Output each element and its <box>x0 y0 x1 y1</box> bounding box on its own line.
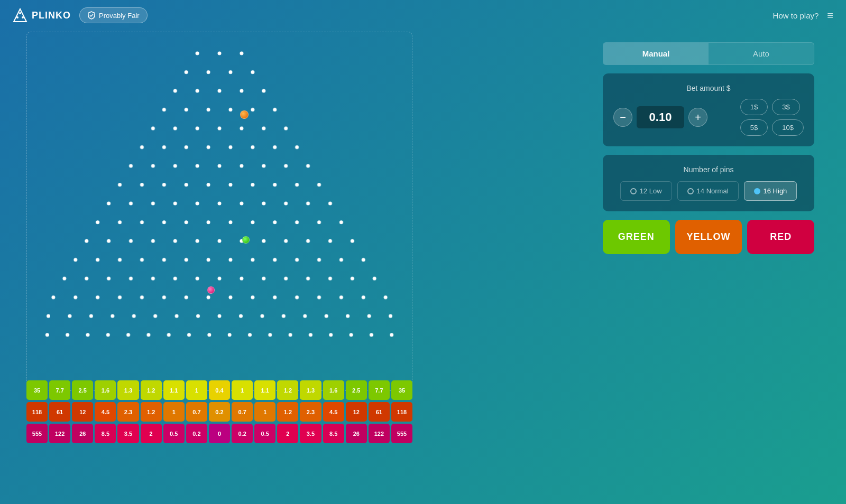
payout-yellow-cell: 118 <box>26 402 48 422</box>
pins-panel: Number of pins 12 Low 14 Normal 16 High <box>603 155 814 211</box>
payout-yellow-cell: 118 <box>391 402 412 422</box>
svg-point-2 <box>16 16 19 18</box>
quick-bet-5[interactable]: 5$ <box>740 119 768 136</box>
payout-green-cell: 2.5 <box>72 380 93 400</box>
payout-red-cell: 26 <box>346 424 367 443</box>
payout-yellow-cell: 61 <box>49 402 70 422</box>
bet-controls: − 0.10 + 1$ 3$ 5$ 10$ <box>613 99 804 136</box>
pins-title: Number of pins <box>613 165 804 174</box>
payout-yellow-cell: 0.2 <box>209 402 230 422</box>
pin-option-14normal[interactable]: 14 Normal <box>677 181 739 201</box>
provably-fair-label: Provably Fair <box>99 12 140 20</box>
pin-label-14normal: 14 Normal <box>697 187 729 195</box>
logo: PLINKO <box>13 8 71 23</box>
ball-orange <box>240 110 249 119</box>
increase-bet-button[interactable]: + <box>688 108 707 127</box>
tab-auto[interactable]: Auto <box>709 43 814 64</box>
ball-pink <box>207 286 215 294</box>
pins-canvas <box>27 32 412 390</box>
header: PLINKO Provably Fair How to play? ≡ <box>0 0 846 31</box>
color-btn-green[interactable]: GREEN <box>603 220 670 254</box>
payout-yellow-cell: 2.3 <box>117 402 139 422</box>
color-buttons: GREEN YELLOW RED <box>603 220 814 254</box>
radio-16high <box>754 188 760 194</box>
payout-red-cell: 555 <box>26 424 48 443</box>
payout-green-cell: 1.6 <box>323 380 344 400</box>
payout-green-cell: 1.1 <box>163 380 185 400</box>
payout-red-cell: 2 <box>277 424 298 443</box>
pin-label-16high: 16 High <box>764 187 787 195</box>
quick-bet-10[interactable]: 10$ <box>772 119 804 136</box>
payout-row-green: 357.72.51.61.31.21.110.411.11.21.31.62.5… <box>26 380 412 400</box>
payout-yellow-cell: 12 <box>346 402 367 422</box>
payout-green-cell: 1.2 <box>141 380 162 400</box>
payout-green-cell: 1.2 <box>277 380 298 400</box>
payout-red-cell: 122 <box>49 424 70 443</box>
payout-green-cell: 1 <box>232 380 253 400</box>
payout-yellow-cell: 12 <box>72 402 93 422</box>
payout-yellow-cell: 2.3 <box>300 402 321 422</box>
logo-text: PLINKO <box>32 10 71 21</box>
pin-option-12low[interactable]: 12 Low <box>620 181 672 201</box>
tab-manual[interactable]: Manual <box>603 43 709 64</box>
payout-yellow-cell: 4.5 <box>323 402 344 422</box>
shield-icon <box>87 11 96 20</box>
radio-12low <box>630 188 637 194</box>
payout-yellow-cell: 1 <box>163 402 185 422</box>
pin-label-12low: 12 Low <box>640 187 662 195</box>
payout-red-cell: 555 <box>391 424 412 443</box>
payout-red-cell: 0.2 <box>186 424 207 443</box>
payout-red-cell: 0.2 <box>232 424 253 443</box>
payout-yellow-cell: 1 <box>254 402 275 422</box>
payout-green-cell: 2.5 <box>346 380 367 400</box>
payout-red-cell: 2 <box>141 424 162 443</box>
payout-yellow-cell: 61 <box>369 402 390 422</box>
quick-bet-1[interactable]: 1$ <box>740 99 768 115</box>
payout-red-cell: 26 <box>72 424 93 443</box>
payout-rows: 357.72.51.61.31.21.110.411.11.21.31.62.5… <box>26 380 412 443</box>
decrease-bet-button[interactable]: − <box>613 108 632 127</box>
payout-green-cell: 1 <box>186 380 207 400</box>
radio-14normal <box>687 188 694 194</box>
payout-green-cell: 7.7 <box>369 380 390 400</box>
payout-green-cell: 35 <box>391 380 412 400</box>
plinko-logo-icon <box>13 8 27 23</box>
bet-value: 0.10 <box>637 106 684 128</box>
quick-bet-row-2: 5$ 10$ <box>740 119 804 136</box>
color-btn-yellow[interactable]: YELLOW <box>675 220 742 254</box>
tab-container: Manual Auto <box>603 42 814 65</box>
payout-green-cell: 1.1 <box>254 380 275 400</box>
payout-red-cell: 0.5 <box>254 424 275 443</box>
payout-green-cell: 1.3 <box>117 380 139 400</box>
payout-red-cell: 3.5 <box>300 424 321 443</box>
header-left: PLINKO Provably Fair <box>13 7 148 23</box>
payout-yellow-cell: 0.7 <box>232 402 253 422</box>
payout-row-red: 555122268.53.520.50.200.20.523.58.526122… <box>26 424 412 443</box>
payout-yellow-cell: 0.7 <box>186 402 207 422</box>
menu-icon[interactable]: ≡ <box>827 10 833 22</box>
right-panel: Manual Auto Bet amount $ − 0.10 + 1$ 3$ … <box>603 42 814 254</box>
payout-row-yellow: 11861124.52.31.210.70.20.711.22.34.51261… <box>26 402 412 422</box>
payout-green-cell: 1.6 <box>95 380 116 400</box>
payout-yellow-cell: 4.5 <box>95 402 116 422</box>
pin-option-16high[interactable]: 16 High <box>744 181 797 201</box>
quick-bet-row-1: 1$ 3$ <box>740 99 804 115</box>
bet-title: Bet amount $ <box>613 84 804 92</box>
header-right: How to play? ≡ <box>773 10 833 22</box>
payout-green-cell: 1.3 <box>300 380 321 400</box>
color-btn-red[interactable]: RED <box>747 220 814 254</box>
provably-fair-button[interactable]: Provably Fair <box>79 7 148 23</box>
board-container <box>26 32 412 391</box>
payout-red-cell: 0.5 <box>163 424 185 443</box>
game-board: 357.72.51.61.31.21.110.411.11.21.31.62.5… <box>26 32 439 491</box>
payout-yellow-cell: 1.2 <box>277 402 298 422</box>
quick-bets: 1$ 3$ 5$ 10$ <box>740 99 804 136</box>
payout-red-cell: 8.5 <box>95 424 116 443</box>
payout-green-cell: 7.7 <box>49 380 70 400</box>
quick-bet-3[interactable]: 3$ <box>772 99 799 115</box>
payout-red-cell: 0 <box>209 424 230 443</box>
svg-point-3 <box>22 16 24 18</box>
bet-input-row: − 0.10 + <box>613 106 734 128</box>
svg-marker-0 <box>14 9 26 22</box>
how-to-play-link[interactable]: How to play? <box>773 11 819 20</box>
